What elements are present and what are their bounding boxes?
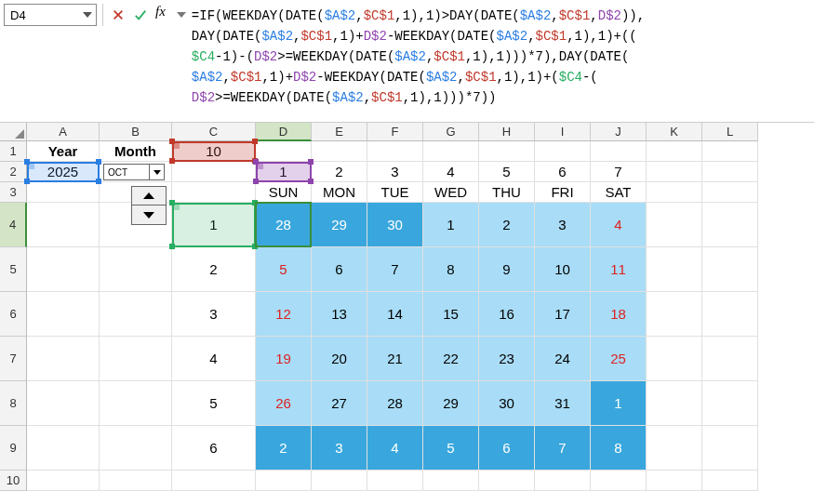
cell-F9[interactable]: 4 <box>367 426 423 471</box>
col-header-A[interactable]: A <box>27 123 100 141</box>
row-header-4[interactable]: 4 <box>0 203 27 247</box>
col-header-B[interactable]: B <box>100 123 172 141</box>
cell-G7[interactable]: 22 <box>423 337 479 381</box>
cell-K5[interactable] <box>647 247 702 292</box>
cell-B9[interactable] <box>100 426 172 471</box>
cell-D9[interactable]: 2 <box>256 426 312 471</box>
cell-F6[interactable]: 14 <box>367 292 423 337</box>
cell-C5[interactable]: 2 <box>172 247 256 292</box>
cell-D8[interactable]: 26 <box>256 381 312 426</box>
row-header-10[interactable]: 10 <box>0 471 27 491</box>
cell-K1[interactable] <box>647 141 702 162</box>
cell-E4[interactable]: 29 <box>312 203 367 247</box>
cell-D7[interactable]: 19 <box>256 337 312 381</box>
cell-I10[interactable] <box>535 471 591 491</box>
cell-K6[interactable] <box>647 292 702 337</box>
cell-G5[interactable]: 8 <box>423 247 479 292</box>
formula-input[interactable]: =IF(WEEKDAY(DATE($A$2,$C$1,1),1)>DAY(DAT… <box>190 2 810 112</box>
cell-J9[interactable]: 8 <box>591 426 647 471</box>
col-header-H[interactable]: H <box>479 123 535 141</box>
cell-B1[interactable]: Month <box>100 141 172 162</box>
cell-K3[interactable] <box>647 182 702 203</box>
cell-C10[interactable] <box>172 471 256 491</box>
cell-B7[interactable] <box>100 337 172 381</box>
cell-I4[interactable]: 3 <box>535 203 591 247</box>
cell-I5[interactable]: 10 <box>535 247 591 292</box>
cell-L7[interactable] <box>702 337 758 381</box>
cell-D4[interactable]: 28 <box>256 203 312 247</box>
cell-G2[interactable]: 4 <box>423 162 479 182</box>
col-header-G[interactable]: G <box>423 123 479 141</box>
cell-J3[interactable]: SAT <box>591 182 647 203</box>
cell-L2[interactable] <box>702 162 758 182</box>
cell-A9[interactable] <box>27 426 100 471</box>
col-header-K[interactable]: K <box>647 123 702 141</box>
cell-H8[interactable]: 30 <box>479 381 535 426</box>
cell-B6[interactable] <box>100 292 172 337</box>
row-header-2[interactable]: 2 <box>0 162 27 182</box>
formula-dropdown-icon[interactable] <box>167 6 186 24</box>
cell-D6[interactable]: 12 <box>256 292 312 337</box>
cell-D10[interactable] <box>256 471 312 491</box>
cell-L10[interactable] <box>702 471 758 491</box>
cell-I1[interactable] <box>535 141 591 162</box>
cell-I8[interactable]: 31 <box>535 381 591 426</box>
row-header-5[interactable]: 5 <box>0 247 27 292</box>
cell-H5[interactable]: 9 <box>479 247 535 292</box>
cell-E2[interactable]: 2 <box>312 162 367 182</box>
cell-C8[interactable]: 5 <box>172 381 256 426</box>
cell-K2[interactable] <box>647 162 702 182</box>
cell-C9[interactable]: 6 <box>172 426 256 471</box>
cell-F3[interactable]: TUE <box>367 182 423 203</box>
cell-A1[interactable]: Year <box>27 141 100 162</box>
cell-A5[interactable] <box>27 247 100 292</box>
cell-H1[interactable] <box>479 141 535 162</box>
cell-E6[interactable]: 13 <box>312 292 367 337</box>
col-header-E[interactable]: E <box>312 123 367 141</box>
month-spinner[interactable] <box>131 186 167 225</box>
cell-J8[interactable]: 1 <box>591 381 647 426</box>
cell-H3[interactable]: THU <box>479 182 535 203</box>
cell-E3[interactable]: MON <box>312 182 367 203</box>
cell-A6[interactable] <box>27 292 100 337</box>
cell-A2[interactable]: 2025 <box>27 162 100 182</box>
cell-G4[interactable]: 1 <box>423 203 479 247</box>
col-header-F[interactable]: F <box>367 123 423 141</box>
row-header-9[interactable]: 9 <box>0 426 27 471</box>
name-box[interactable] <box>4 4 97 26</box>
cell-F7[interactable]: 21 <box>367 337 423 381</box>
cell-F4[interactable]: 30 <box>367 203 423 247</box>
name-box-input[interactable] <box>8 7 73 23</box>
cell-I2[interactable]: 6 <box>535 162 591 182</box>
cell-G6[interactable]: 15 <box>423 292 479 337</box>
cell-H9[interactable]: 6 <box>479 426 535 471</box>
cell-A10[interactable] <box>27 471 100 491</box>
cell-J4[interactable]: 4 <box>591 203 647 247</box>
cell-H7[interactable]: 23 <box>479 337 535 381</box>
cell-A8[interactable] <box>27 381 100 426</box>
cell-K10[interactable] <box>647 471 702 491</box>
row-header-6[interactable]: 6 <box>0 292 27 337</box>
cell-J6[interactable]: 18 <box>591 292 647 337</box>
cell-C4[interactable]: 1 <box>172 203 256 247</box>
cell-C1[interactable]: 10 <box>172 141 256 162</box>
cell-B8[interactable] <box>100 381 172 426</box>
cell-F5[interactable]: 7 <box>367 247 423 292</box>
name-box-dropdown-icon[interactable] <box>83 12 92 18</box>
spinner-up-icon[interactable] <box>132 187 166 206</box>
month-select[interactable]: OCT <box>103 164 165 180</box>
cell-E7[interactable]: 20 <box>312 337 367 381</box>
cell-F8[interactable]: 28 <box>367 381 423 426</box>
cell-B10[interactable] <box>100 471 172 491</box>
cell-G1[interactable] <box>423 141 479 162</box>
cell-I6[interactable]: 17 <box>535 292 591 337</box>
cell-E1[interactable] <box>312 141 367 162</box>
cell-L8[interactable] <box>702 381 758 426</box>
cell-A7[interactable] <box>27 337 100 381</box>
col-header-L[interactable]: L <box>702 123 758 141</box>
cell-K9[interactable] <box>647 426 702 471</box>
cell-H10[interactable] <box>479 471 535 491</box>
cell-K4[interactable] <box>647 203 702 247</box>
cell-B5[interactable] <box>100 247 172 292</box>
cell-E9[interactable]: 3 <box>312 426 367 471</box>
